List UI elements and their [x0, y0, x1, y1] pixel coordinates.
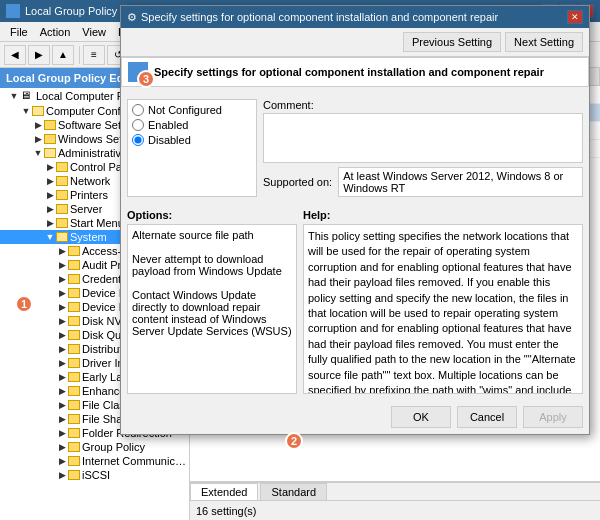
tab-bar: Extended Standard: [190, 482, 600, 500]
status-text: 16 setting(s): [196, 505, 257, 517]
radio-disabled[interactable]: Disabled: [132, 134, 252, 146]
previous-setting-button[interactable]: Previous Setting: [403, 32, 501, 52]
radio-not-configured[interactable]: Not Configured: [132, 104, 252, 116]
folder-icon: [44, 120, 56, 130]
radio-enabled-input[interactable]: [132, 119, 144, 131]
folder-icon: [56, 190, 68, 200]
options-box: Alternate source file path Never attempt…: [127, 224, 297, 394]
folder-icon: [68, 456, 80, 466]
status-bar: 16 setting(s): [190, 500, 600, 520]
apply-button[interactable]: Apply: [523, 406, 583, 428]
dialog-close-button[interactable]: ✕: [567, 10, 583, 24]
radio-enabled[interactable]: Enabled: [132, 119, 252, 131]
menu-file[interactable]: File: [4, 24, 34, 40]
folder-icon: [68, 330, 80, 340]
supported-row: Supported on: At least Windows Server 20…: [263, 167, 583, 197]
supported-on-label: Supported on:: [263, 176, 332, 188]
radio-comment-row: Not Configured Enabled Disabled Comment:…: [127, 99, 583, 197]
folder-icon: [68, 358, 80, 368]
expand-icon: ▶: [44, 217, 56, 229]
tree-label: iSCSI: [82, 469, 110, 481]
expand-icon: ▶: [44, 189, 56, 201]
expand-icon: ▼: [20, 105, 32, 117]
folder-icon: [68, 344, 80, 354]
ok-button[interactable]: OK: [391, 406, 451, 428]
folder-icon: [68, 288, 80, 298]
expand-icon: ▶: [56, 455, 68, 467]
tree-label: Group Policy: [82, 441, 145, 453]
cancel-button[interactable]: Cancel: [457, 406, 517, 428]
dialog-content: Not Configured Enabled Disabled Comment:…: [121, 93, 589, 400]
radio-disabled-input[interactable]: [132, 134, 144, 146]
comment-label: Comment:: [263, 99, 583, 111]
expand-icon: ▼: [32, 147, 44, 159]
expand-icon: ▶: [56, 441, 68, 453]
folder-open-icon: [32, 106, 44, 116]
folder-icon: [68, 414, 80, 424]
computer-icon: 🖥: [20, 89, 34, 103]
options-help-area: Options: Alternate source file path Neve…: [127, 209, 583, 394]
forward-button[interactable]: ▶: [28, 45, 50, 65]
up-button[interactable]: ▲: [52, 45, 74, 65]
options-title: Options:: [127, 209, 297, 221]
radio-not-configured-input[interactable]: [132, 104, 144, 116]
expand-icon: ▶: [56, 385, 68, 397]
app-icon: [6, 4, 20, 18]
tab-extended[interactable]: Extended: [190, 483, 258, 500]
tree-label: Printers: [70, 189, 108, 201]
radio-disabled-label: Disabled: [148, 134, 191, 146]
folder-icon: [68, 428, 80, 438]
folder-icon: [56, 176, 68, 186]
radio-enabled-label: Enabled: [148, 119, 188, 131]
radio-not-configured-label: Not Configured: [148, 104, 222, 116]
folder-icon: [68, 442, 80, 452]
expand-icon: ▶: [56, 371, 68, 383]
dialog-buttons: OK Cancel Apply: [121, 400, 589, 434]
tree-item-group-policy[interactable]: ▶ Group Policy: [0, 440, 189, 454]
expand-icon: ▶: [32, 133, 44, 145]
tree-label: Internet Communication M...: [82, 455, 189, 467]
folder-icon: [68, 246, 80, 256]
expand-icon: ▶: [44, 175, 56, 187]
dialog-subtitle-text: Specify settings for optional component …: [154, 66, 544, 78]
radio-section: Not Configured Enabled Disabled: [127, 99, 257, 197]
folder-icon: [44, 134, 56, 144]
folder-icon: [68, 470, 80, 480]
menu-action[interactable]: Action: [34, 24, 77, 40]
show-hide-button[interactable]: ≡: [83, 45, 105, 65]
help-content: This policy setting specifies the networ…: [308, 229, 578, 394]
expand-icon: ▶: [56, 301, 68, 313]
tree-item-internet-comm[interactable]: ▶ Internet Communication M...: [0, 454, 189, 468]
folder-open-icon: [56, 232, 68, 242]
badge-circle-3: 3: [137, 70, 155, 88]
folder-icon: [68, 386, 80, 396]
folder-icon: [68, 260, 80, 270]
tree-item-iscsi[interactable]: ▶ iSCSI: [0, 468, 189, 482]
expand-icon: ▶: [56, 343, 68, 355]
dialog-icon: ⚙: [127, 11, 137, 24]
back-button[interactable]: ◀: [4, 45, 26, 65]
folder-icon: [68, 274, 80, 284]
tree-label: System: [70, 231, 107, 243]
tree-label: Server: [70, 203, 102, 215]
expand-icon: ▶: [44, 161, 56, 173]
expand-icon: ▶: [56, 329, 68, 341]
dialog-subtitle: Specify settings for optional component …: [121, 57, 589, 87]
dialog-window-buttons: ✕: [567, 10, 583, 24]
folder-icon: [56, 162, 68, 172]
expand-icon: ▶: [56, 273, 68, 285]
expand-icon: ▶: [56, 259, 68, 271]
expand-icon: ▶: [56, 357, 68, 369]
options-panel: Options: Alternate source file path Neve…: [127, 209, 297, 394]
expand-icon: ▶: [44, 203, 56, 215]
comment-section: Comment: Supported on: At least Windows …: [263, 99, 583, 197]
next-setting-button[interactable]: Next Setting: [505, 32, 583, 52]
tab-standard[interactable]: Standard: [260, 483, 327, 500]
expand-icon: ▼: [8, 90, 20, 102]
expand-icon: ▶: [56, 399, 68, 411]
expand-icon: ▶: [56, 469, 68, 481]
help-panel: Help: This policy setting specifies the …: [303, 209, 583, 394]
menu-view[interactable]: View: [76, 24, 112, 40]
expand-icon: ▼: [44, 231, 56, 243]
comment-textarea[interactable]: [263, 113, 583, 163]
